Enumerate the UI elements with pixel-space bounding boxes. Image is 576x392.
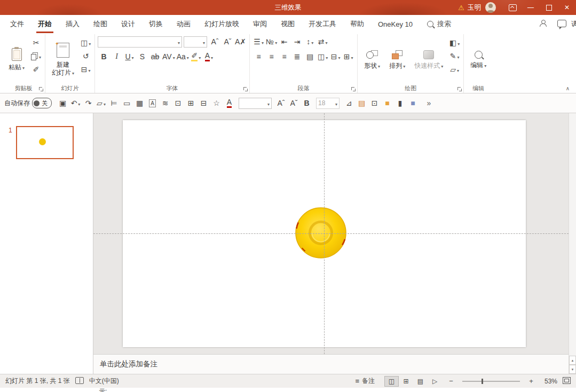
draw-shape-button[interactable]: ▱: [95, 97, 107, 109]
ungroup-button[interactable]: ⊟: [198, 97, 210, 109]
search-box[interactable]: 搜索: [427, 15, 451, 33]
new-slide-button[interactable]: 新建 幻灯片: [48, 35, 78, 84]
tab-transitions[interactable]: 切换: [142, 15, 170, 33]
underline-icon[interactable]: U: [123, 50, 136, 63]
shrink-font-button[interactable]: Aˇ: [288, 97, 300, 109]
slide-sorter-button[interactable]: ⊞: [399, 376, 413, 387]
warning-icon[interactable]: ⚠: [458, 4, 464, 12]
scroll-up-button[interactable]: [569, 356, 576, 365]
font-dialog-launcher[interactable]: [243, 87, 248, 91]
justify-icon[interactable]: ≣: [291, 50, 303, 63]
close-button[interactable]: ✕: [558, 0, 576, 15]
zoom-slider[interactable]: [462, 381, 520, 382]
tab-draw[interactable]: 绘图: [86, 15, 114, 33]
tab-file[interactable]: 文件: [3, 15, 31, 33]
paste-button[interactable]: 粘贴: [5, 35, 28, 84]
tab-home[interactable]: 开始: [31, 15, 59, 33]
clipboard-dialog-launcher[interactable]: [39, 87, 43, 91]
drawing-dialog-launcher[interactable]: [457, 87, 462, 91]
slide-canvas[interactable]: [93, 113, 569, 354]
slideshow-button[interactable]: ▷: [428, 376, 442, 387]
line-spacing-icon[interactable]: ↕: [304, 35, 316, 48]
autosave-toggle[interactable]: 自动保存 关: [4, 98, 52, 108]
shape-fill-icon[interactable]: ◧: [448, 36, 461, 49]
tab-help[interactable]: 帮助: [343, 15, 371, 33]
grow-font-button[interactable]: Aˆ: [275, 97, 287, 109]
shape-outline-icon[interactable]: ✎: [448, 50, 461, 62]
zoom-in-button[interactable]: +: [527, 377, 535, 385]
format-painter-button[interactable]: ✐: [30, 63, 42, 76]
numbering-icon[interactable]: №: [265, 35, 278, 48]
tab-animations[interactable]: 动画: [170, 15, 198, 33]
fill-color-chip[interactable]: ■: [381, 97, 393, 109]
minimize-button[interactable]: —: [522, 0, 540, 15]
horizontal-guide[interactable]: [93, 233, 569, 234]
text-box-button[interactable]: A: [146, 97, 159, 109]
reset-icon[interactable]: ↺: [80, 50, 92, 62]
notebook-chip[interactable]: ■: [407, 97, 419, 109]
reading-view-button[interactable]: ▤: [413, 376, 428, 387]
palette-button[interactable]: ▤: [356, 97, 368, 109]
align-center-icon[interactable]: ≡: [265, 50, 278, 63]
frame-button[interactable]: ⊡: [368, 97, 381, 109]
editing-button[interactable]: 编辑: [467, 35, 490, 84]
rotate-shape-button[interactable]: ⊿: [343, 97, 355, 109]
change-case-icon[interactable]: Aa: [176, 50, 190, 63]
tab-insert[interactable]: 插入: [59, 15, 86, 33]
tab-design[interactable]: 设计: [114, 15, 142, 33]
spellcheck-button[interactable]: [75, 377, 84, 386]
normal-view-button[interactable]: ◫: [384, 376, 399, 387]
divider-bar-button[interactable]: ▮: [394, 97, 406, 109]
qat-font-size-combobox[interactable]: 18: [316, 98, 340, 109]
language-button[interactable]: 中文(中国): [89, 377, 119, 386]
notes-toggle-button[interactable]: ≡ 备注: [355, 377, 375, 386]
cut-button[interactable]: ✂: [30, 36, 42, 49]
redo-button[interactable]: ↷: [82, 97, 94, 109]
collapse-ribbon-button[interactable]: ∧: [566, 85, 570, 91]
indent-increase-icon[interactable]: ⇥: [291, 35, 303, 48]
zoom-out-button[interactable]: −: [447, 377, 455, 385]
avatar[interactable]: [485, 2, 496, 13]
crop-button[interactable]: ⊡: [172, 97, 184, 109]
align-left-icon[interactable]: ≡: [253, 50, 265, 63]
toolbar-overflow-button[interactable]: »: [423, 97, 435, 109]
bullets-icon[interactable]: ☰: [253, 35, 265, 48]
save-button[interactable]: ▣: [57, 97, 69, 109]
copy-button[interactable]: [30, 50, 42, 62]
zoom-percentage[interactable]: 53%: [540, 378, 557, 385]
picture-button[interactable]: ▦: [133, 97, 146, 109]
clear-format-icon[interactable]: A✗: [234, 35, 247, 48]
paragraph-dialog-launcher[interactable]: [351, 87, 356, 91]
comments-button[interactable]: [557, 20, 566, 29]
shapes-button[interactable]: 形状: [360, 35, 384, 84]
maximize-button[interactable]: [540, 0, 558, 15]
font-size-combobox[interactable]: [184, 36, 207, 48]
shrink-font-icon[interactable]: Aˇ: [222, 35, 234, 48]
text-direction-icon[interactable]: ⇄: [317, 35, 329, 48]
slide-thumbnail-item[interactable]: 1: [0, 126, 93, 159]
star-button[interactable]: ☆: [210, 97, 223, 109]
section-icon[interactable]: ⊟: [80, 63, 92, 76]
account-name[interactable]: 玉明: [468, 3, 481, 12]
share-button[interactable]: [539, 20, 547, 28]
distribute-icon[interactable]: ▤: [304, 50, 316, 63]
slide-select-button[interactable]: ▭: [121, 97, 133, 109]
coin-3d-shape[interactable]: [295, 207, 347, 259]
font-name-combobox[interactable]: [98, 36, 182, 48]
align-right-icon[interactable]: ≡: [278, 50, 290, 63]
font-color-icon[interactable]: A: [203, 50, 215, 63]
arrange-button[interactable]: 排列: [385, 35, 409, 84]
fit-to-window-button[interactable]: [563, 377, 571, 386]
undo-button[interactable]: ↶: [69, 97, 82, 109]
tab-view[interactable]: 视图: [274, 15, 302, 33]
shape-effects-icon[interactable]: ▱: [448, 63, 461, 76]
tab-slideshow[interactable]: 幻灯片放映: [198, 15, 246, 33]
ribbon-display-options-button[interactable]: [503, 0, 522, 15]
grow-font-icon[interactable]: Aˆ: [209, 35, 221, 48]
bold-icon[interactable]: B: [98, 50, 110, 63]
qat-font-combobox[interactable]: [239, 98, 272, 109]
indent-decrease-icon[interactable]: ⇤: [278, 35, 290, 48]
layout-icon[interactable]: ◫: [80, 36, 92, 49]
shadow-icon[interactable]: S: [136, 50, 148, 63]
highlight-color-icon[interactable]: ✐: [190, 50, 202, 63]
